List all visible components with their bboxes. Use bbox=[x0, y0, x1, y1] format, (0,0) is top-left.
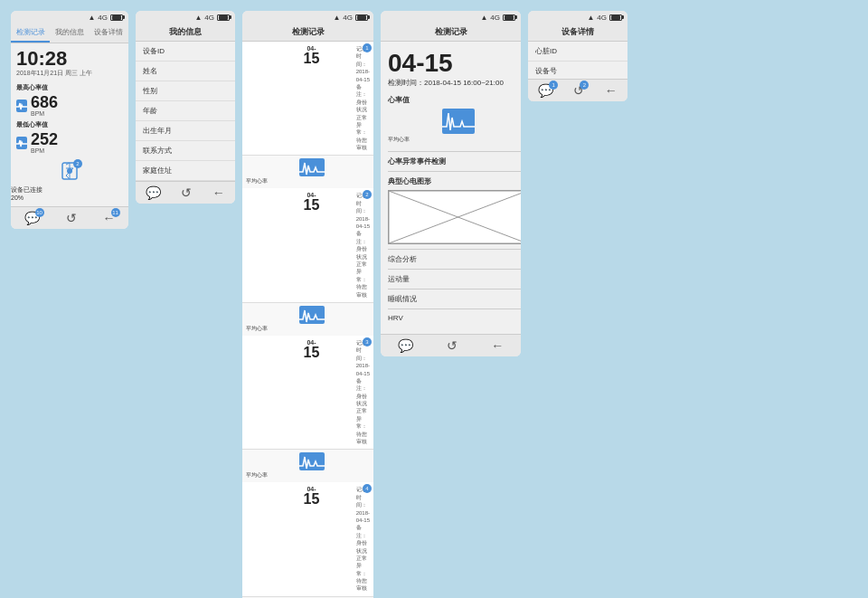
screen1-dashboard: ▲ 4G 检测记录 我的信息 设备详情 10:28 2018年11月21日 周三… bbox=[11, 11, 128, 229]
list-item-2[interactable]: 2 04- 15 记录时间：2018-04-15 备注：身份状况正常 异常：待您… bbox=[242, 188, 373, 335]
nav-back[interactable]: ← 11 bbox=[103, 211, 116, 225]
tab-myinfo[interactable]: 我的信息 bbox=[50, 24, 89, 43]
day-4: 15 bbox=[246, 492, 373, 507]
ecg-title: 典型心电图形 bbox=[388, 176, 431, 186]
wifi-icon-4: ▲ bbox=[480, 14, 487, 22]
ecg-cross-diagram bbox=[389, 191, 521, 243]
back-icon-5: ← bbox=[605, 83, 618, 98]
device-link-icon: 2 bbox=[59, 161, 80, 185]
avg-hr-chart: 平均心率 bbox=[388, 109, 521, 144]
tab-detection[interactable]: 检测记录 bbox=[11, 24, 50, 43]
field-name: 姓名 bbox=[136, 62, 235, 81]
analysis-sleep[interactable]: 睡眠情况 bbox=[388, 289, 521, 308]
avg-chart-img-2 bbox=[299, 306, 325, 324]
nav-msg-5[interactable]: 💬 1 bbox=[538, 83, 553, 98]
day-3: 15 bbox=[246, 346, 373, 360]
nav-refresh-4[interactable]: ↺ bbox=[447, 338, 458, 353]
analysis-hrv[interactable]: HRV bbox=[388, 308, 521, 327]
min-hr-label: 最低心率值 bbox=[16, 120, 128, 129]
list-item-4[interactable]: 4 04- 15 记录时间：2018-04-15 备注：身份状况正常 异常：待您… bbox=[242, 482, 373, 598]
battery-icon-5 bbox=[609, 14, 622, 21]
charts-row-2: 平均心率 最高心率 最低心率 bbox=[242, 303, 373, 336]
back-icon-4: ← bbox=[491, 338, 504, 353]
refresh-icon-4: ↺ bbox=[447, 338, 458, 353]
screen1-content: 10:28 2018年11月21日 周三 上午 最高心率值 686 BPM 动态 bbox=[11, 43, 128, 206]
msg-badge-5: 1 bbox=[549, 81, 558, 90]
status1-4: 备注：身份状况正常 bbox=[356, 524, 370, 562]
hr-charts: 平均心率 最高心率 bbox=[388, 109, 521, 144]
nav-back-2[interactable]: ← bbox=[212, 185, 225, 200]
item-num-3: 3 bbox=[363, 337, 372, 346]
battery-icon bbox=[110, 14, 123, 21]
avg-label-1: 平均心率 bbox=[246, 177, 373, 185]
avg-chart-img-3 bbox=[299, 452, 325, 470]
field-birthday: 出生年月 bbox=[136, 121, 235, 141]
hr-section-title: 心率值 bbox=[388, 95, 521, 105]
date-badge-3: 04- 15 bbox=[246, 339, 353, 360]
max-hr-icon bbox=[16, 100, 27, 112]
list-item-3[interactable]: 3 04- 15 记录时间：2018-04-15 备注：身份状况正常 异常：待您… bbox=[242, 336, 373, 482]
ecg-accordion[interactable]: 典型心电图形 ∧ bbox=[388, 171, 521, 249]
message-icon-4: 💬 bbox=[398, 338, 413, 353]
avg-chart-img-1 bbox=[299, 158, 325, 176]
device-connected-text: 设备已连接 bbox=[11, 185, 128, 195]
ecg-placeholder bbox=[388, 190, 521, 244]
screen2-myinfo: ▲ 4G 我的信息 设备ID 姓名 性别 年龄 出生年月 联系方式 家庭住址 💬… bbox=[136, 11, 235, 204]
status-bar-5: ▲ 4G bbox=[528, 11, 627, 24]
ecg-header: 典型心电图形 ∧ bbox=[388, 176, 521, 186]
nav-refresh-2[interactable]: ↺ bbox=[181, 185, 192, 200]
avg-hr-box bbox=[442, 109, 475, 134]
bottom-nav-1: 💬 10 ↺ ← 11 bbox=[11, 206, 128, 229]
wifi-icon-3: ▲ bbox=[333, 14, 340, 22]
abnormal-header: 心率异常事件检测 ∨ bbox=[388, 157, 521, 166]
item-info-3: 记录时间：2018-04-15 备注：身份状况正常 异常：待您审核 bbox=[356, 339, 370, 445]
screen5-title: 设备详情 bbox=[528, 24, 627, 42]
msg-badge: 10 bbox=[35, 208, 44, 217]
item-info-2: 记录时间：2018-04-15 备注：身份状况正常 异常：待您审核 bbox=[356, 192, 370, 298]
max-hr-value: 686 bbox=[31, 94, 128, 110]
field-age: 年龄 bbox=[136, 101, 235, 121]
analysis-exercise[interactable]: 运动量 bbox=[388, 269, 521, 289]
list-item[interactable]: 1 04- 15 记录时间：2018-04-15 备注：身份状况正常 异常：待您… bbox=[242, 42, 373, 188]
screen4-detail: ▲ 4G 检测记录 04-15 检测时间：2018-04-15 16:00~21… bbox=[381, 11, 521, 356]
date-badge-4: 04- 15 bbox=[246, 486, 353, 507]
status1-1: 备注：身份状况正常 bbox=[356, 83, 370, 121]
nav-msg-4[interactable]: 💬 bbox=[398, 338, 413, 353]
min-hr-unit: BPM bbox=[31, 147, 128, 154]
nav-msg[interactable]: 💬 10 bbox=[24, 211, 40, 225]
status1-3: 备注：身份状况正常 bbox=[356, 377, 370, 415]
abnormal-title: 心率异常事件检测 bbox=[388, 157, 446, 166]
heart-wave-icon bbox=[16, 101, 27, 110]
item-info-1: 记录时间：2018-04-15 备注：身份状况正常 异常：待您审核 bbox=[356, 45, 370, 151]
battery-icon-2 bbox=[217, 14, 230, 21]
message-icon-2: 💬 bbox=[146, 185, 161, 200]
status2-3: 异常：待您审核 bbox=[356, 415, 370, 446]
device-percent: 20% bbox=[11, 195, 128, 201]
field-address: 家庭住址 bbox=[136, 161, 235, 181]
date-badge-1: 04- 15 bbox=[246, 45, 353, 66]
field-contact: 联系方式 bbox=[136, 141, 235, 161]
list-item-header-2: 2 04- 15 记录时间：2018-04-15 备注：身份状况正常 异常：待您… bbox=[242, 188, 373, 302]
tab-bar-1[interactable]: 检测记录 我的信息 设备详情 bbox=[11, 24, 128, 43]
nav-refresh[interactable]: ↺ bbox=[66, 211, 77, 225]
day-2: 15 bbox=[246, 198, 373, 213]
screens-row: ▲ 4G 检测记录 我的信息 设备详情 10:28 2018年11月21日 周三… bbox=[0, 0, 868, 598]
screen3-title: 检测记录 bbox=[242, 24, 373, 42]
nav-refresh-5[interactable]: ↺ 2 bbox=[573, 83, 584, 98]
big-date: 04-15 bbox=[388, 49, 521, 78]
nav-msg-2[interactable]: 💬 bbox=[146, 185, 161, 200]
wifi-icon: ▲ bbox=[88, 14, 95, 22]
wifi-icon-2: ▲ bbox=[194, 14, 202, 22]
screen5-device: ▲ 4G 设备详情 心脏ID 设备号 心跳ble mac地址 💬 1 ↺ 2 bbox=[528, 11, 627, 101]
time-display: 10:28 bbox=[16, 49, 128, 69]
status2-4: 异常：待您审核 bbox=[356, 562, 370, 593]
tab-device[interactable]: 设备详情 bbox=[90, 24, 128, 43]
charts-row-1: 平均心率 最高心率 最低心率 bbox=[242, 156, 373, 188]
status-bar-3: ▲ 4G bbox=[242, 11, 373, 24]
abnormal-accordion[interactable]: 心率异常事件检测 ∨ bbox=[388, 151, 521, 171]
analysis-comprehensive[interactable]: 综合分析 bbox=[388, 249, 521, 269]
min-hr-row: 252 BPM 动态变化详情 7 bbox=[16, 131, 128, 154]
nav-back-5[interactable]: ← bbox=[605, 83, 618, 98]
nav-back-4[interactable]: ← bbox=[491, 338, 504, 353]
screen2-title: 我的信息 bbox=[136, 24, 235, 42]
